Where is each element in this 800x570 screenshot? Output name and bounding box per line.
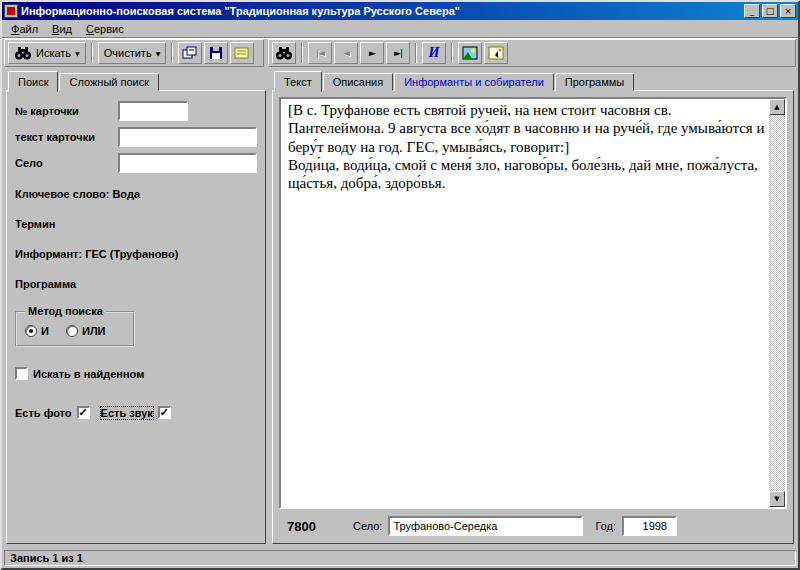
window-controls: _ □ × <box>744 4 796 18</box>
find-record-button[interactable] <box>272 42 296 64</box>
maximize-button[interactable]: □ <box>762 4 778 18</box>
tab-search[interactable]: Поиск <box>8 71 58 92</box>
keyword-label[interactable]: Ключевое слово: Вода <box>15 188 257 200</box>
toolbar-separator <box>415 43 417 63</box>
scroll-track[interactable] <box>769 115 785 491</box>
save-icon <box>209 46 223 60</box>
record-number: 7800 <box>287 519 347 534</box>
clear-button[interactable]: Очистить ▼ <box>98 42 167 64</box>
edit-card-button[interactable] <box>230 42 254 64</box>
village-input[interactable] <box>118 153 257 173</box>
search-tab-page: № карточки текст карточки Село Ключевое … <box>6 90 266 544</box>
village-label: Село <box>15 157 118 169</box>
tab-descriptions[interactable]: Описания <box>323 73 393 91</box>
status-text: Запись 1 из 1 <box>10 552 83 564</box>
clear-button-label: Очистить <box>104 47 152 59</box>
app-icon[interactable] <box>4 4 18 18</box>
card-village-label: Село: <box>353 520 382 532</box>
tab-informants[interactable]: Информанты и собиратели <box>394 73 554 91</box>
menu-service[interactable]: Сервис <box>79 21 131 37</box>
previous-record-button[interactable]: ◄ <box>334 42 358 64</box>
text-tab-page: [В с. Труфанове есть святой ручей, на не… <box>272 90 794 544</box>
card-pane: Текст Описания Информанты и собиратели П… <box>272 70 794 544</box>
search-method-group: Метод поиска И ИЛИ <box>15 311 135 347</box>
search-in-found-row: Искать в найденном <box>15 367 257 380</box>
app-window: Информационно-поисковая система "Традици… <box>0 0 800 570</box>
card-text-area[interactable]: [В с. Труфанове есть святой ручей, на не… <box>279 97 787 509</box>
tab-advanced-search[interactable]: Сложный поиск <box>59 73 159 91</box>
method-and-radio[interactable]: И <box>25 325 49 337</box>
scroll-down-button[interactable]: ▼ <box>769 491 785 507</box>
scroll-up-button[interactable]: ▲ <box>769 99 785 115</box>
cards-icon <box>182 46 198 60</box>
search-form: № карточки текст карточки Село Ключевое … <box>7 91 265 437</box>
toolbar-row: Искать ▼ Очистить ▼ <box>2 38 798 68</box>
photo-button[interactable] <box>458 42 482 64</box>
minimize-button[interactable]: _ <box>744 4 760 18</box>
search-button-label: Искать <box>36 47 71 59</box>
search-pane: Поиск Сложный поиск № карточки текст кар… <box>6 70 266 544</box>
last-record-icon: ►| <box>394 48 402 58</box>
close-button[interactable]: × <box>780 4 796 18</box>
menu-file[interactable]: Файл <box>4 21 45 37</box>
clear-dropdown-icon[interactable]: ▼ <box>156 50 161 57</box>
save-button[interactable] <box>204 42 228 64</box>
card-number-input[interactable] <box>118 101 188 121</box>
vertical-scrollbar[interactable]: ▲ ▼ <box>769 99 785 507</box>
status-bar: Запись 1 из 1 <box>2 548 798 568</box>
has-sound-label: Есть звук <box>101 407 153 419</box>
radio-and-icon <box>25 325 37 337</box>
next-record-button[interactable]: ► <box>360 42 384 64</box>
search-button[interactable]: Искать ▼ <box>8 42 86 64</box>
italic-letter-icon: И <box>429 45 440 61</box>
search-in-found-checkbox[interactable] <box>15 367 28 380</box>
term-label[interactable]: Термин <box>15 218 257 230</box>
binoculars-icon <box>14 46 32 60</box>
search-method-title: Метод поиска <box>25 305 106 317</box>
program-label[interactable]: Программа <box>15 278 257 290</box>
card-text-content[interactable]: [В с. Труфанове есть святой ручей, на не… <box>281 99 769 507</box>
first-record-button[interactable]: |◄ <box>308 42 332 64</box>
binoculars-icon <box>275 46 293 60</box>
sound-icon <box>488 46 504 60</box>
has-photo-label: Есть фото <box>15 407 72 419</box>
has-photo-checkbox[interactable]: ✓ <box>77 406 90 419</box>
card-number-label: № карточки <box>15 105 118 117</box>
toolbar-separator <box>451 43 453 63</box>
search-toolbar: Искать ▼ Очистить ▼ <box>4 39 264 67</box>
arrow-up-icon: ▲ <box>774 103 779 111</box>
window-title: Информационно-поисковая система "Традици… <box>21 5 744 17</box>
menu-view[interactable]: Вид <box>45 21 79 37</box>
radio-or-icon <box>66 325 78 337</box>
notebook-icon <box>234 46 250 60</box>
record-toolbar: |◄ ◄ ► ►| И <box>268 39 796 67</box>
has-sound-checkbox[interactable]: ✓ <box>158 406 171 419</box>
first-record-icon: |◄ <box>316 48 324 58</box>
last-record-button[interactable]: ►| <box>386 42 410 64</box>
card-village-input[interactable] <box>388 516 583 536</box>
toolbar-separator <box>301 43 303 63</box>
method-and-label: И <box>41 325 49 337</box>
method-or-radio[interactable]: ИЛИ <box>66 325 106 337</box>
sound-button[interactable] <box>484 42 508 64</box>
card-tabs: Текст Описания Информанты и собиратели П… <box>272 70 794 91</box>
card-meta-row: 7800 Село: Год: <box>273 513 793 543</box>
previous-record-icon: ◄ <box>343 48 349 58</box>
card-year-input[interactable] <box>622 516 677 536</box>
cards-button[interactable] <box>178 42 202 64</box>
tab-text[interactable]: Текст <box>274 71 322 92</box>
search-dropdown-icon[interactable]: ▼ <box>75 50 80 57</box>
card-text-label: текст карточки <box>15 131 118 143</box>
photo-icon <box>462 46 478 60</box>
arrow-down-icon: ▼ <box>774 495 779 503</box>
informant-info-button[interactable]: И <box>422 42 446 64</box>
status-panel: Запись 1 из 1 <box>4 550 796 566</box>
search-in-found-label: Искать в найденном <box>33 368 144 380</box>
menu-bar: Файл Вид Сервис <box>2 20 798 38</box>
method-or-label: ИЛИ <box>82 325 106 337</box>
toolbar-separator <box>171 43 173 63</box>
card-text-input[interactable] <box>118 127 257 147</box>
informant-label[interactable]: Информант: ГЕС (Труфаново) <box>15 248 257 260</box>
next-record-icon: ► <box>369 48 375 58</box>
tab-programs[interactable]: Программы <box>555 73 634 91</box>
